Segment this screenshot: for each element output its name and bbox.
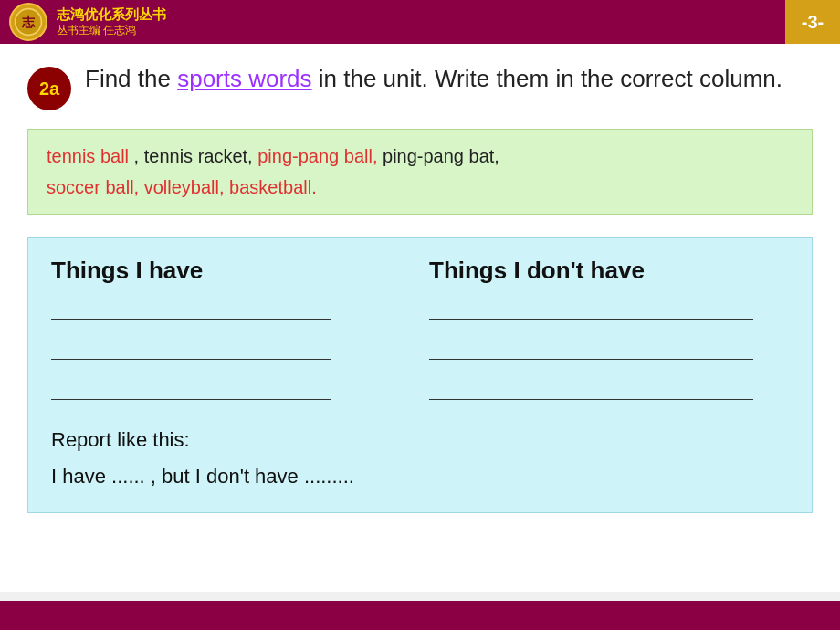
right-column: Things I don't have [420,257,789,415]
header: 志 志鸿优化系列丛书 丛书主编 任志鸿 -3- [0,0,840,44]
right-blank-1[interactable] [429,294,753,320]
book-title: 志鸿优化系列丛书 [57,5,166,24]
main-content: 2a Find the sports words in the unit. Wr… [0,44,840,592]
book-editor: 丛书主编 任志鸿 [57,24,166,38]
table-container: Things I have Things I don't have Report… [27,237,813,513]
footer [0,601,840,630]
instruction-before: Find the [85,65,177,92]
word-pingpang-bat: ping-pang bat, [377,146,499,166]
right-blank-2[interactable] [429,334,753,360]
word-box-line2: soccer ball, volleyball, basketball. [47,172,793,203]
left-column: Things I have [51,257,420,415]
word-pingpang-ball: ping-pang ball, [253,146,378,166]
header-text-block: 志鸿优化系列丛书 丛书主编 任志鸿 [57,5,166,37]
exercise-number: 2a [27,67,71,110]
exercise-instruction: Find the sports words in the unit. Write… [85,62,782,95]
exercise-header: 2a Find the sports words in the unit. Wr… [27,62,813,110]
report-line2: I have ...... , but I don't have .......… [51,458,789,495]
word-volleyball: volleyball, [144,177,225,197]
word-box-line1: tennis ball , tennis racket, ping-pang b… [47,141,793,172]
left-blank-1[interactable] [51,294,331,320]
left-blank-2[interactable] [51,334,331,360]
word-tennis-ball: tennis ball [47,146,129,166]
instruction-after: in the unit. Write them in the correct c… [312,65,782,92]
sports-words-link[interactable]: sports words [177,65,311,92]
word-soccer-ball: soccer ball, [47,177,139,197]
word-basketball: basketball. [229,177,317,197]
right-blank-3[interactable] [429,374,753,400]
word-tennis-racket: tennis racket, [144,146,253,166]
logo: 志 [9,3,47,41]
svg-text:志: 志 [21,15,36,29]
left-blank-3[interactable] [51,374,331,400]
page-number: -3- [785,0,840,44]
table-grid: Things I have Things I don't have Report… [51,257,789,494]
left-column-header: Things I have [51,257,402,294]
report-section: Report like this: I have ...... , but I … [51,422,789,494]
word-sep1: , [129,146,144,166]
report-line1: Report like this: [51,422,789,458]
right-column-header: Things I don't have [429,257,789,294]
word-box: tennis ball , tennis racket, ping-pang b… [27,129,813,215]
